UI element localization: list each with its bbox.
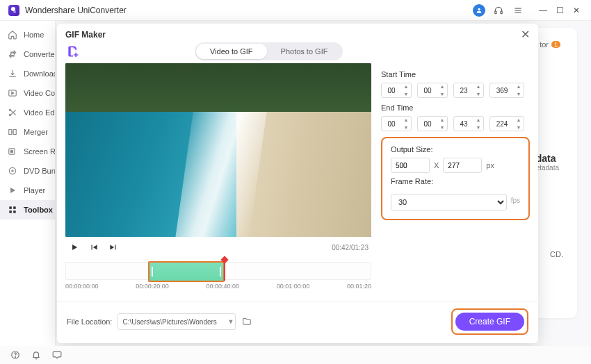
prev-frame-button[interactable] [88,241,100,254]
bg-cd-hint: CD. [550,250,563,258]
end-seconds[interactable]: ▲▼ [453,116,484,131]
play-button[interactable] [68,241,81,254]
svg-point-14 [12,170,13,172]
output-width-input[interactable] [391,158,430,173]
browse-folder-icon[interactable] [239,314,254,329]
start-seconds[interactable]: ▲▼ [453,83,484,98]
output-size-label: Output Size: [391,145,520,154]
dvd-icon [7,165,18,176]
sidebar-item-label: Merger [24,128,48,136]
start-hours[interactable]: ▲▼ [381,83,412,98]
svg-rect-10 [13,130,16,135]
timeline-ticks: 00:00:00:00 00:00:20:00 00:00:40:00 00:0… [65,283,371,290]
titlebar-left: Wondershare UniConverter [8,5,127,16]
svg-point-0 [478,8,480,10]
svg-rect-18 [13,210,16,213]
sidebar-item-player[interactable]: Player [0,181,55,200]
app-logo-icon [8,5,19,16]
bg-panel-sub: etadata [536,164,559,172]
record-icon [7,146,18,157]
tick: 00:01:00:00 [277,283,310,290]
start-minutes[interactable]: ▲▼ [417,83,448,98]
video-preview[interactable] [65,63,371,237]
svg-point-12 [10,150,13,153]
timeline-selection[interactable] [148,261,225,282]
sidebar-item-label: Toolbox [24,206,53,214]
close-icon[interactable]: ✕ [521,28,530,41]
svg-point-7 [9,109,10,110]
frame-rate-select[interactable]: 30 [391,194,507,210]
convert-icon [7,49,18,60]
home-icon [7,29,18,40]
end-ms[interactable]: ▲▼ [489,116,524,131]
fps-label: fps [511,197,520,204]
feedback-icon[interactable] [51,349,63,361]
help-icon[interactable] [10,349,21,361]
create-gif-button[interactable]: Create GIF [455,313,524,331]
start-time-label: Start Time [381,70,530,78]
app-title: Wondershare UniConverter [25,6,127,15]
create-gif-highlight: Create GIF [451,308,528,335]
minimize-button[interactable]: — [537,4,549,17]
start-ms[interactable]: ▲▼ [489,83,524,98]
time-display: 00:42/01:23 [332,244,369,251]
gif-maker-modal: GIF Maker ✕ Video to GIF Photos to GIF 0… [57,24,538,343]
headphones-icon[interactable] [492,4,505,17]
tab-video-to-gif[interactable]: Video to GIF [196,44,267,59]
timeline-track[interactable] [65,262,371,280]
sidebar-item-downloader[interactable]: Downloader [0,64,55,83]
modal-footer: File Location: ▼ Create GIF [57,301,538,343]
bell-icon[interactable] [31,349,42,361]
sidebar-item-home[interactable]: Home [0,25,55,44]
end-hours[interactable]: ▲▼ [381,116,412,131]
sidebar-item-label: Downloader [24,69,55,78]
output-size-row: X px [391,158,520,173]
titlebar: Wondershare UniConverter — ☐ ✕ [0,0,591,21]
sidebar-item-label: Screen Recorder [24,147,55,156]
sidebar-item-toolbox[interactable]: Toolbox [0,200,55,220]
tick: 00:00:00:00 [65,283,99,290]
end-minutes[interactable]: ▲▼ [417,116,448,131]
bg-section-hint: tor [540,40,549,49]
user-avatar-icon[interactable] [473,4,485,17]
sidebar-item-editor[interactable]: Video Editor [0,103,55,122]
file-location-dropdown-icon[interactable]: ▼ [227,318,234,325]
bottombar [0,346,591,364]
bg-badge: 1 [551,41,560,48]
sidebar-item-label: DVD Burner [24,167,55,175]
output-height-input[interactable] [443,158,482,173]
sidebar-item-recorder[interactable]: Screen Recorder [0,142,55,161]
modal-header: GIF Maker ✕ [57,24,538,41]
end-time-label: End Time [381,104,530,112]
next-frame-button[interactable] [107,241,120,254]
modal-subheader: Video to GIF Photos to GIF [57,41,538,63]
tab-photos-to-gif[interactable]: Photos to GIF [267,44,342,59]
sidebar-item-merger[interactable]: Merger [0,122,55,142]
svg-rect-1 [495,11,496,14]
maximize-button[interactable]: ☐ [553,4,566,17]
aerial-placeholder [65,63,371,237]
output-settings-box: Output Size: X px Frame Rate: 30 fps [381,137,530,220]
sidebar-item-dvd[interactable]: DVD Burner [0,161,55,181]
file-location-label: File Location: [67,317,112,326]
add-media-icon[interactable] [65,44,81,59]
file-location-input[interactable] [118,313,236,330]
hamburger-icon[interactable] [512,4,524,17]
scissors-icon [7,107,18,118]
svg-rect-16 [13,206,16,209]
tick: 00:01:20 [347,283,371,290]
close-button[interactable]: ✕ [570,4,583,17]
sidebar-item-compressor[interactable]: Video Compressor [0,83,55,103]
preview-column: 00:42/01:23 00:00:00:00 00:00:20:00 00:0… [65,63,371,301]
bg-panel-title: data [536,153,559,164]
download-icon [7,68,18,79]
play-icon [7,185,18,196]
sidebar-item-label: Home [24,31,44,39]
sidebar-item-label: Player [24,186,45,195]
sidebar-item-converter[interactable]: Converter [0,44,55,64]
svg-point-20 [15,356,16,357]
titlebar-right: — ☐ ✕ [473,4,583,17]
frame-rate-label: Frame Rate: [391,177,520,185]
svg-rect-9 [9,130,12,135]
end-time-row: ▲▼ ▲▼ ▲▼ ▲▼ [381,116,530,131]
